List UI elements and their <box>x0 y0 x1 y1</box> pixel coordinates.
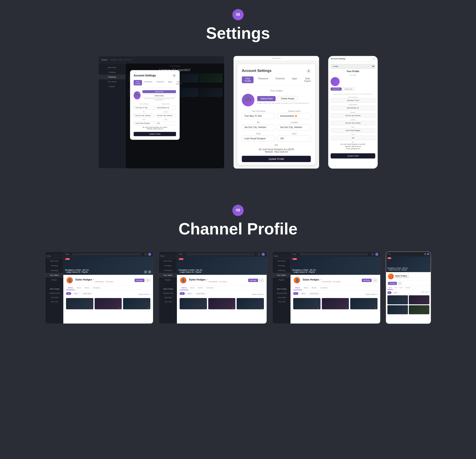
channel-tab-stories-1[interactable]: Stories <box>83 286 91 290</box>
filter-esport-3[interactable]: Esport <box>299 292 307 295</box>
upload-new-button[interactable]: Upload New <box>143 90 176 93</box>
ch-sidebar-newfeed-1[interactable]: New Feed <box>45 259 63 263</box>
bio-input[interactable] <box>134 114 154 117</box>
sidebar-following[interactable]: Following <box>99 75 125 79</box>
tablet-close-button[interactable]: ✕ <box>306 69 311 73</box>
ch-sidebar-user-2-4[interactable]: ESL Club <box>160 300 177 304</box>
sidebar-playlist[interactable]: Playlist <box>99 84 125 89</box>
display-name-input[interactable] <box>155 106 176 110</box>
update-profile-button[interactable]: Update Profile <box>134 132 176 136</box>
mobile-avatar-icon[interactable] <box>427 253 429 255</box>
hero-next-1[interactable]: › <box>148 270 151 273</box>
search-bar-1[interactable] <box>72 253 141 256</box>
mobile-filter-esport[interactable]: Esport <box>392 291 399 294</box>
ch-sidebar-user-3-4[interactable]: ESL Club <box>273 300 290 304</box>
channel-tab-stories-3[interactable]: Stories <box>310 286 318 290</box>
tab-channels[interactable]: Channels <box>155 80 166 86</box>
filter-game-3[interactable]: Game Videos <box>308 292 320 295</box>
sidebar-trending[interactable]: Trending <box>99 70 125 75</box>
ch-sidebar-user-3-1[interactable]: Dylan Hodges <box>273 287 290 291</box>
message-button-2[interactable]: Message <box>248 279 258 282</box>
ch-sidebar-newfeed-2[interactable]: New Feed <box>159 259 177 263</box>
tab-password[interactable]: Password <box>143 80 154 86</box>
ch-sidebar-trending-1[interactable]: Trending <box>45 263 63 268</box>
mobile-tab-videos[interactable]: Videos <box>387 286 393 290</box>
role-input[interactable] <box>134 121 154 125</box>
channel-tab-schedules-2[interactable]: Schedules <box>205 286 216 290</box>
phone-delete-button[interactable]: Delete Avatar <box>343 87 355 91</box>
avatar-icon-3[interactable] <box>375 253 378 256</box>
message-button-1[interactable]: Message <box>135 279 144 282</box>
ch-sidebar-user-2-3[interactable]: John Smith <box>160 295 177 300</box>
notif-icon-2[interactable] <box>258 253 261 256</box>
channel-tab-stories-2[interactable]: Stories <box>196 286 205 290</box>
avatar-icon-2[interactable] <box>262 253 265 256</box>
ch-sidebar-user-2-1[interactable]: Dylan Hodges <box>160 287 177 291</box>
modal-close-button[interactable]: ✕ <box>172 74 176 77</box>
sidebar-new-feed[interactable]: New Feed <box>99 65 125 70</box>
tablet-upload-button[interactable]: Upload New <box>257 96 276 101</box>
ch-sidebar-user-2[interactable]: Amanda Parks <box>46 291 63 295</box>
ch-sidebar-talent-2[interactable]: Your Talent <box>159 273 177 277</box>
full-name-input[interactable] <box>134 106 154 110</box>
tablet-full-name-input[interactable] <box>242 113 275 119</box>
channel-tab-videos-3[interactable]: Videos <box>293 286 302 290</box>
filter-esport-1[interactable]: Esport <box>72 292 80 295</box>
search-bar-3[interactable] <box>299 253 368 256</box>
tablet-bio-input[interactable] <box>242 124 275 130</box>
mobile-tab-about[interactable]: About <box>393 286 398 290</box>
sidebar-talent[interactable]: Your Talent <box>99 79 125 84</box>
notif-icon-1[interactable] <box>144 253 147 256</box>
channel-tab-about-1[interactable]: About <box>75 286 83 290</box>
tab-data-export[interactable]: Data Export <box>175 80 183 86</box>
ch-sidebar-user-2-2[interactable]: Amanda Parks <box>160 291 177 295</box>
ch-sidebar-playlist-1[interactable]: Playlist <box>45 277 63 282</box>
ch-sidebar-newfeed-3[interactable]: New Feed <box>272 259 290 263</box>
mobile-message-button[interactable]: Message <box>388 282 397 285</box>
mobile-tab-stories[interactable]: Stories <box>398 286 404 290</box>
phone-role-value[interactable]: Lead Visual Designer <box>331 128 375 133</box>
ch-sidebar-user-3-2[interactable]: Amanda Parks <box>273 291 290 295</box>
hero-prev-1[interactable]: ‹ <box>144 270 147 273</box>
tablet-tab-profile[interactable]: Your Profile <box>242 77 254 83</box>
channel-tab-videos-1[interactable]: Videos <box>66 286 75 290</box>
tab-apps[interactable]: Apps <box>167 80 174 86</box>
follow-button-1[interactable]: + <box>145 278 150 282</box>
ch-sidebar-user-3-3[interactable]: John Smith <box>273 295 290 300</box>
filter-game-2[interactable]: Game Videos <box>195 292 207 295</box>
tablet-team-input[interactable] <box>278 136 311 142</box>
notif-icon-3[interactable] <box>371 253 374 256</box>
ch-sidebar-trending-3[interactable]: Trending <box>272 263 290 268</box>
phone-location-value-2[interactable]: Sai Gon City, Vietnam <box>331 121 375 125</box>
phone-display-name-value[interactable]: tranmautritam 🔥 <box>331 106 375 110</box>
phone-upload-button[interactable]: Upload New <box>331 87 342 91</box>
ch-sidebar-following-2[interactable]: Following <box>159 268 177 273</box>
phone-location-value-1[interactable]: Sai Gon City, Vietnam <box>331 113 375 118</box>
mobile-follow-button[interactable]: + <box>398 282 402 285</box>
search-bar-2[interactable] <box>186 253 255 256</box>
phone-profile-select[interactable]: Profile <box>331 64 375 69</box>
ch-sidebar-talent-3[interactable]: Your Talent <box>272 273 290 277</box>
follow-button-3[interactable]: + <box>373 278 377 282</box>
filter-all-3[interactable]: All <box>293 292 298 295</box>
tablet-delete-button[interactable]: Delete Avatar <box>277 96 298 101</box>
tablet-tab-apps[interactable]: Apps <box>289 77 300 83</box>
filter-esport-2[interactable]: Esport <box>186 292 194 295</box>
tablet-role-input[interactable] <box>242 136 275 142</box>
avatar-icon-1[interactable] <box>148 253 151 256</box>
mobile-notif[interactable] <box>424 253 426 255</box>
tab-your-profile[interactable]: Your Profile <box>134 80 142 86</box>
channel-tab-schedules-3[interactable]: Schedules <box>318 286 329 290</box>
ch-sidebar-user-3[interactable]: John Smith <box>46 295 63 300</box>
team-input[interactable] <box>155 121 176 125</box>
channel-tab-about-2[interactable]: About <box>188 286 196 290</box>
ch-sidebar-following-3[interactable]: Following <box>272 268 290 273</box>
ch-sidebar-talent-1[interactable]: Your Talent <box>45 273 63 277</box>
filter-game-1[interactable]: Game Videos <box>81 292 93 295</box>
phone-full-name-value[interactable]: Tran Mau Tri Tam <box>331 98 375 103</box>
ch-sidebar-following-1[interactable]: Following <box>45 268 63 273</box>
tablet-tab-data-export[interactable]: Data Export <box>302 77 314 83</box>
phone-team-value[interactable]: UI8 <box>331 136 375 140</box>
tablet-location-input[interactable] <box>278 124 311 130</box>
channel-tab-about-3[interactable]: About <box>302 286 310 290</box>
